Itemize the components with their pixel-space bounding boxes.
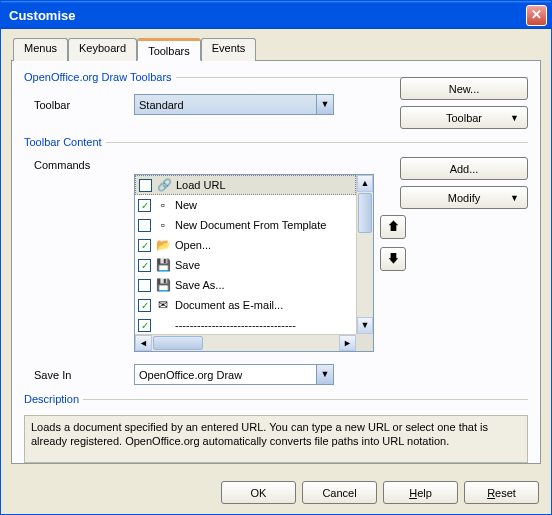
modify-button[interactable]: Modify▼ [400,186,528,209]
list-item-label: Load URL [176,179,226,191]
commands-listbox[interactable]: 🔗Load URL✓▫New▫New Document From Templat… [134,174,374,352]
toolbars-legend: OpenOffice.org Draw Toolbars [24,71,176,83]
list-item-label: Open... [175,239,211,251]
help-button[interactable]: Help [383,481,458,504]
tab-toolbars[interactable]: Toolbars [137,38,201,61]
list-item-label: New [175,199,197,211]
move-down-button[interactable]: 🡇 [380,247,406,271]
list-item[interactable]: ✓📂Open... [135,235,356,255]
checkbox[interactable]: ✓ [138,259,151,272]
chevron-down-icon: ▼ [510,193,519,203]
list-item-label: New Document From Template [175,219,326,231]
scroll-up-icon[interactable]: ▲ [357,175,373,192]
checkbox[interactable]: ✓ [138,319,151,332]
toolbar-combo[interactable]: ▼ [134,94,334,115]
list-item[interactable]: ✓💾Save [135,255,356,275]
add-button[interactable]: Add... [400,157,528,180]
list-item-label: --------------------------------- [175,319,296,331]
checkbox[interactable] [138,279,151,292]
tab-strip: MenusKeyboardToolbarsEvents [13,37,541,60]
new-button[interactable]: New... [400,77,528,100]
list-item-label: Document as E-mail... [175,299,283,311]
chevron-down-icon: ▼ [510,113,519,123]
scroll-thumb[interactable] [358,193,372,233]
list-item[interactable]: ✓▫New [135,195,356,215]
savein-label: Save In [24,369,134,381]
savein-combo[interactable]: ▼ [134,364,334,385]
scroll-right-icon[interactable]: ► [339,335,356,351]
vertical-scrollbar[interactable]: ▲ ▼ [356,175,373,334]
template-icon: ▫ [155,217,171,233]
list-item-label: Save [175,259,200,271]
list-item[interactable]: 🔗Load URL [135,175,356,195]
new-icon: ▫ [155,197,171,213]
scroll-corner [356,334,373,351]
toolbar-content-legend: Toolbar Content [24,136,106,148]
list-item[interactable]: 💾Save As... [135,275,356,295]
toolbar-combo-input[interactable] [135,95,316,114]
dialog-buttons: OK Cancel Help Reset [221,481,539,504]
client-area: MenusKeyboardToolbarsEvents OpenOffice.o… [1,29,551,514]
horizontal-scrollbar[interactable]: ◄ ► [135,334,356,351]
chevron-down-icon[interactable]: ▼ [316,95,333,114]
list-item-label: Save As... [175,279,225,291]
list-item[interactable]: ▫New Document From Template [135,215,356,235]
move-up-button[interactable]: 🡅 [380,215,406,239]
description-legend: Description [24,393,83,405]
tab-menus[interactable]: Menus [13,38,68,61]
customise-dialog: Customise ✕ MenusKeyboardToolbarsEvents … [0,0,552,515]
open-icon: 📂 [155,237,171,253]
title-bar: Customise ✕ [1,1,551,29]
savein-combo-input[interactable] [135,365,316,384]
tab-events[interactable]: Events [201,38,257,61]
reset-button[interactable]: Reset [464,481,539,504]
ok-button[interactable]: OK [221,481,296,504]
window-title: Customise [9,8,526,23]
checkbox[interactable] [138,219,151,232]
toolbar-button[interactable]: Toolbar▼ [400,106,528,129]
scroll-left-icon[interactable]: ◄ [135,335,152,351]
saveas-icon: 💾 [155,277,171,293]
email-icon: ✉ [155,297,171,313]
save-icon: 💾 [155,257,171,273]
tab-keyboard[interactable]: Keyboard [68,38,137,61]
description-group: Description Loads a document specified b… [24,393,528,467]
list-item[interactable]: ✓--------------------------------- [135,315,356,334]
close-icon[interactable]: ✕ [526,5,547,26]
sep-icon [155,317,171,333]
tab-panel: OpenOffice.org Draw Toolbars Toolbar ▼ N… [11,60,541,464]
scroll-down-icon[interactable]: ▼ [357,317,373,334]
list-item[interactable]: ✓✉Document as E-mail... [135,295,356,315]
checkbox[interactable] [139,179,152,192]
toolbar-label: Toolbar [24,99,134,111]
commands-label: Commands [24,159,134,171]
checkbox[interactable]: ✓ [138,239,151,252]
chevron-down-icon[interactable]: ▼ [316,365,333,384]
description-text: Loads a document specified by an entered… [24,415,528,463]
scroll-thumb[interactable] [153,336,203,350]
checkbox[interactable]: ✓ [138,199,151,212]
checkbox[interactable]: ✓ [138,299,151,312]
cancel-button[interactable]: Cancel [302,481,377,504]
url-icon: 🔗 [156,177,172,193]
